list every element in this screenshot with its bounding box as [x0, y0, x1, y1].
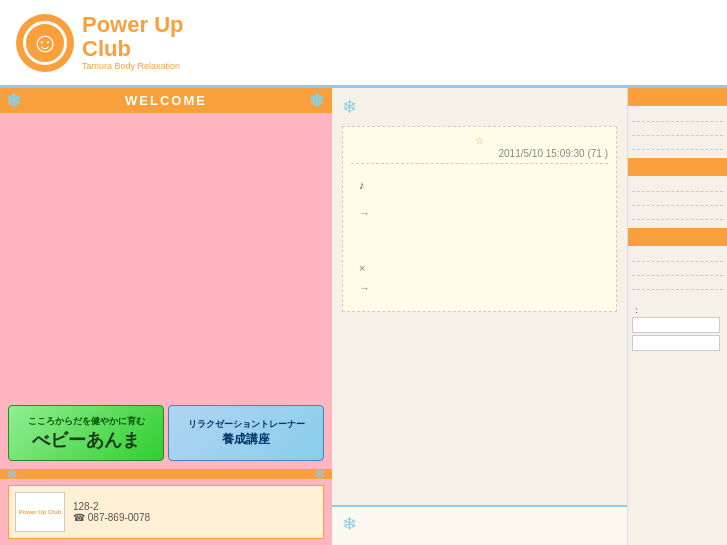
right-dashed-line: [632, 180, 723, 192]
right-orange-bar-1: [628, 88, 727, 106]
right-dashed-lines-1: [628, 108, 727, 154]
banner-green-main: べビーあんま: [32, 428, 140, 452]
banner-blue-main: 養成講座: [222, 431, 270, 448]
blog-post: ☆ 2011/5/10 15:09:30 (71 ) ♪ → × →: [342, 126, 617, 312]
right-dashed-line: [632, 194, 723, 206]
address-line1: 128-2: [73, 501, 150, 512]
footer-logo-text: Power Up Club: [19, 509, 62, 515]
footer-box: Power Up Club 128-2 ☎ 087-869-0078: [8, 485, 324, 539]
post-arrow1[interactable]: →: [359, 204, 600, 224]
flake-right-icon: ❄: [309, 90, 326, 112]
right-dashed-lines-2: [628, 178, 727, 224]
post-date: 2011/5/10 15:09:30 (71 ): [351, 148, 608, 164]
welcome-label: WELCOME: [125, 93, 207, 108]
right-dashed-line: [632, 250, 723, 262]
header: ☺ Power Up Club Tamura Body Relaxation: [0, 0, 727, 88]
logo-main-title: Power Up Club: [82, 13, 183, 61]
footer-logo-small: Power Up Club: [15, 492, 65, 532]
banner-relaxation-trainer[interactable]: リラクゼーショントレーナー 養成講座: [168, 405, 324, 461]
post-x: ×: [359, 259, 600, 279]
right-orange-bar-3: [628, 228, 727, 246]
right-dashed-line: [632, 264, 723, 276]
blog-flake-icon: ❄: [342, 96, 357, 118]
post-arrow2[interactable]: →: [359, 279, 600, 299]
right-dashed-lines-3: [628, 248, 727, 294]
center-top: ❄ ☆ 2011/5/10 15:09:30 (71 ) ♪ → × →: [332, 88, 627, 505]
login-area: ：: [628, 298, 727, 357]
blog-header: ❄: [332, 88, 627, 122]
login-username-input[interactable]: [632, 317, 720, 333]
center-bottom: ❄: [332, 505, 627, 545]
address-phone: ☎ 087-869-0078: [73, 512, 150, 523]
logo-face-icon: ☺: [31, 27, 60, 59]
sidebar-content: [0, 113, 332, 397]
login-password-input[interactable]: [632, 335, 720, 351]
flake-left-icon: ❄: [6, 90, 23, 112]
right-section-3: [628, 228, 727, 294]
right-sidebar: ：: [627, 88, 727, 545]
welcome-bar: ❄ WELCOME ❄: [0, 88, 332, 113]
right-dashed-line: [632, 208, 723, 220]
right-dashed-line: [632, 124, 723, 136]
banner-green-top: こころからだを健やかに育む: [28, 415, 145, 428]
post-content: ♪ → × →: [351, 172, 608, 303]
logo-tagline: Tamura Body Relaxation: [82, 61, 183, 72]
right-dashed-line: [632, 278, 723, 290]
banner-blue-top: リラクゼーショントレーナー: [188, 418, 305, 431]
right-section-1: [628, 88, 727, 154]
left-sidebar: ❄ WELCOME ❄ こころからだを健やかに育む べビーあんま リラクゼーショ…: [0, 88, 332, 545]
login-label: ：: [632, 304, 723, 317]
center-bottom-flake-icon: ❄: [342, 513, 617, 535]
right-dashed-line: [632, 110, 723, 122]
footer-address: 128-2 ☎ 087-869-0078: [73, 501, 150, 523]
right-section-2: [628, 158, 727, 224]
post-star: ☆: [351, 135, 608, 146]
right-dashed-line: [632, 138, 723, 150]
flake-bottom-right-icon: ❄: [314, 466, 326, 482]
banner-baby-massage[interactable]: こころからだを健やかに育む べビーあんま: [8, 405, 164, 461]
logo-circle: ☺: [16, 14, 74, 72]
center-content: ❄ ☆ 2011/5/10 15:09:30 (71 ) ♪ → × → ❄: [332, 88, 627, 545]
orange-bar-bottom: ❄ ❄: [0, 469, 332, 479]
right-orange-bar-2: [628, 158, 727, 176]
flake-bottom-left-icon: ❄: [6, 466, 18, 482]
main-container: ❄ WELCOME ❄ こころからだを健やかに育む べビーあんま リラクゼーショ…: [0, 88, 727, 545]
logo-text: Power Up Club Tamura Body Relaxation: [82, 13, 183, 72]
banner-area: こころからだを健やかに育む べビーあんま リラクゼーショントレーナー 養成講座: [0, 397, 332, 469]
